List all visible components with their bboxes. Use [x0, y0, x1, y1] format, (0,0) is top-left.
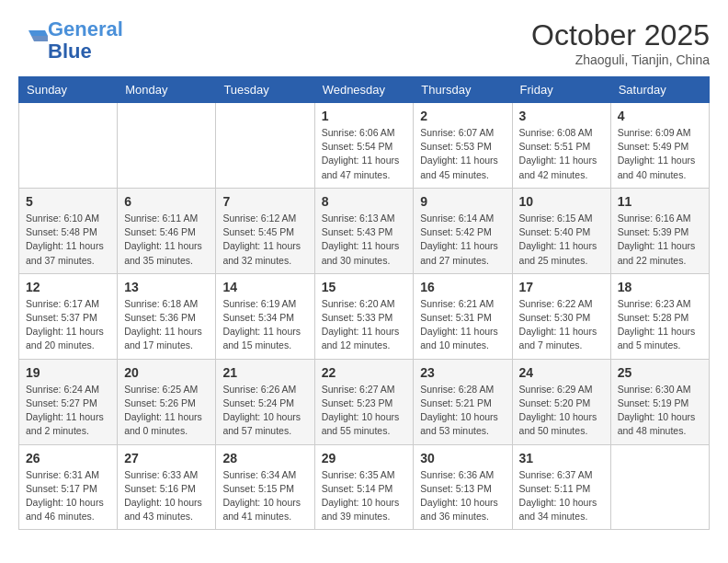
weekday-header-friday: Friday — [512, 77, 610, 103]
calendar-cell: 16Sunrise: 6:21 AM Sunset: 5:31 PM Dayli… — [414, 273, 512, 359]
week-row-3: 12Sunrise: 6:17 AM Sunset: 5:37 PM Dayli… — [19, 273, 710, 359]
calendar-cell: 22Sunrise: 6:27 AM Sunset: 5:23 PM Dayli… — [314, 359, 414, 444]
calendar-cell: 31Sunrise: 6:37 AM Sunset: 5:11 PM Dayli… — [512, 444, 610, 530]
calendar-cell: 3Sunrise: 6:08 AM Sunset: 5:51 PM Daylig… — [512, 103, 610, 189]
weekday-header-monday: Monday — [118, 77, 216, 103]
day-number: 2 — [420, 109, 505, 123]
day-number: 10 — [519, 194, 604, 209]
day-info: Sunrise: 6:12 AM Sunset: 5:45 PM Dayligh… — [222, 212, 307, 268]
day-number: 25 — [618, 365, 702, 380]
day-info: Sunrise: 6:13 AM Sunset: 5:43 PM Dayligh… — [322, 212, 407, 268]
day-number: 28 — [222, 451, 307, 465]
calendar-cell: 28Sunrise: 6:34 AM Sunset: 5:15 PM Dayli… — [216, 444, 314, 530]
day-number: 5 — [26, 194, 110, 209]
week-row-1: 1Sunrise: 6:06 AM Sunset: 5:54 PM Daylig… — [19, 103, 710, 189]
calendar-cell: 1Sunrise: 6:06 AM Sunset: 5:54 PM Daylig… — [314, 103, 414, 189]
day-info: Sunrise: 6:15 AM Sunset: 5:40 PM Dayligh… — [519, 212, 604, 268]
day-number: 6 — [124, 194, 209, 209]
day-info: Sunrise: 6:28 AM Sunset: 5:21 PM Dayligh… — [420, 383, 505, 439]
calendar-cell: 13Sunrise: 6:18 AM Sunset: 5:36 PM Dayli… — [118, 273, 216, 359]
day-info: Sunrise: 6:35 AM Sunset: 5:14 PM Dayligh… — [322, 468, 407, 524]
calendar-cell: 18Sunrise: 6:23 AM Sunset: 5:28 PM Dayli… — [610, 273, 709, 359]
day-info: Sunrise: 6:14 AM Sunset: 5:42 PM Dayligh… — [420, 212, 505, 268]
day-number: 3 — [519, 109, 604, 123]
day-number: 1 — [322, 109, 407, 123]
day-number: 4 — [618, 109, 702, 123]
day-number: 24 — [519, 365, 604, 380]
week-row-5: 26Sunrise: 6:31 AM Sunset: 5:17 PM Dayli… — [19, 444, 710, 530]
day-number: 18 — [618, 280, 702, 294]
day-number: 16 — [420, 280, 505, 294]
day-info: Sunrise: 6:23 AM Sunset: 5:28 PM Dayligh… — [618, 297, 702, 353]
day-info: Sunrise: 6:33 AM Sunset: 5:16 PM Dayligh… — [124, 468, 209, 524]
day-number: 15 — [322, 280, 407, 294]
day-info: Sunrise: 6:37 AM Sunset: 5:11 PM Dayligh… — [519, 468, 604, 524]
day-info: Sunrise: 6:16 AM Sunset: 5:39 PM Dayligh… — [618, 212, 702, 268]
calendar-cell: 17Sunrise: 6:22 AM Sunset: 5:30 PM Dayli… — [512, 273, 610, 359]
calendar-cell — [118, 103, 216, 189]
day-number: 31 — [519, 451, 604, 465]
calendar-cell: 2Sunrise: 6:07 AM Sunset: 5:53 PM Daylig… — [414, 103, 512, 189]
logo-text: GeneralBlue — [48, 18, 123, 63]
calendar-title: October 2025 — [531, 18, 710, 52]
calendar-cell: 5Sunrise: 6:10 AM Sunset: 5:48 PM Daylig… — [19, 188, 118, 273]
calendar-cell: 8Sunrise: 6:13 AM Sunset: 5:43 PM Daylig… — [314, 188, 414, 273]
day-number: 11 — [618, 194, 702, 209]
day-info: Sunrise: 6:22 AM Sunset: 5:30 PM Dayligh… — [519, 297, 604, 353]
day-info: Sunrise: 6:21 AM Sunset: 5:31 PM Dayligh… — [420, 297, 505, 353]
weekday-header-row: SundayMondayTuesdayWednesdayThursdayFrid… — [19, 77, 710, 103]
calendar-cell: 12Sunrise: 6:17 AM Sunset: 5:37 PM Dayli… — [19, 273, 118, 359]
weekday-header-tuesday: Tuesday — [216, 77, 314, 103]
day-number: 22 — [322, 365, 407, 380]
logo: GeneralBlue — [18, 18, 123, 63]
svg-marker-1 — [31, 36, 48, 41]
day-number: 29 — [322, 451, 407, 465]
day-info: Sunrise: 6:09 AM Sunset: 5:49 PM Dayligh… — [618, 126, 702, 182]
title-area: October 2025 Zhaoguli, Tianjin, China — [531, 18, 710, 67]
weekday-header-saturday: Saturday — [610, 77, 709, 103]
calendar-cell: 29Sunrise: 6:35 AM Sunset: 5:14 PM Dayli… — [314, 444, 414, 530]
weekday-header-thursday: Thursday — [414, 77, 512, 103]
logo-icon — [20, 25, 48, 52]
calendar-cell: 15Sunrise: 6:20 AM Sunset: 5:33 PM Dayli… — [314, 273, 414, 359]
day-number: 30 — [420, 451, 505, 465]
day-info: Sunrise: 6:11 AM Sunset: 5:46 PM Dayligh… — [124, 212, 209, 268]
day-info: Sunrise: 6:07 AM Sunset: 5:53 PM Dayligh… — [420, 126, 505, 182]
day-number: 13 — [124, 280, 209, 294]
calendar-cell — [610, 444, 709, 530]
day-info: Sunrise: 6:10 AM Sunset: 5:48 PM Dayligh… — [26, 212, 110, 268]
day-info: Sunrise: 6:27 AM Sunset: 5:23 PM Dayligh… — [322, 383, 407, 439]
day-info: Sunrise: 6:31 AM Sunset: 5:17 PM Dayligh… — [26, 468, 110, 524]
day-info: Sunrise: 6:17 AM Sunset: 5:37 PM Dayligh… — [26, 297, 110, 353]
day-number: 26 — [26, 451, 110, 465]
day-info: Sunrise: 6:08 AM Sunset: 5:51 PM Dayligh… — [519, 126, 604, 182]
calendar-cell: 14Sunrise: 6:19 AM Sunset: 5:34 PM Dayli… — [216, 273, 314, 359]
day-number: 7 — [222, 194, 307, 209]
week-row-4: 19Sunrise: 6:24 AM Sunset: 5:27 PM Dayli… — [19, 359, 710, 444]
calendar-cell — [216, 103, 314, 189]
day-number: 23 — [420, 365, 505, 380]
day-info: Sunrise: 6:36 AM Sunset: 5:13 PM Dayligh… — [420, 468, 505, 524]
day-info: Sunrise: 6:25 AM Sunset: 5:26 PM Dayligh… — [124, 383, 209, 439]
calendar-cell: 21Sunrise: 6:26 AM Sunset: 5:24 PM Dayli… — [216, 359, 314, 444]
day-info: Sunrise: 6:26 AM Sunset: 5:24 PM Dayligh… — [222, 383, 307, 439]
weekday-header-wednesday: Wednesday — [314, 77, 414, 103]
week-row-2: 5Sunrise: 6:10 AM Sunset: 5:48 PM Daylig… — [19, 188, 710, 273]
day-info: Sunrise: 6:20 AM Sunset: 5:33 PM Dayligh… — [322, 297, 407, 353]
calendar-cell: 20Sunrise: 6:25 AM Sunset: 5:26 PM Dayli… — [118, 359, 216, 444]
calendar-cell: 6Sunrise: 6:11 AM Sunset: 5:46 PM Daylig… — [118, 188, 216, 273]
calendar-cell: 27Sunrise: 6:33 AM Sunset: 5:16 PM Dayli… — [118, 444, 216, 530]
day-number: 8 — [322, 194, 407, 209]
day-info: Sunrise: 6:29 AM Sunset: 5:20 PM Dayligh… — [519, 383, 604, 439]
day-number: 17 — [519, 280, 604, 294]
day-number: 12 — [26, 280, 110, 294]
calendar-cell: 4Sunrise: 6:09 AM Sunset: 5:49 PM Daylig… — [610, 103, 709, 189]
day-info: Sunrise: 6:06 AM Sunset: 5:54 PM Dayligh… — [322, 126, 407, 182]
day-info: Sunrise: 6:24 AM Sunset: 5:27 PM Dayligh… — [26, 383, 110, 439]
calendar-cell: 24Sunrise: 6:29 AM Sunset: 5:20 PM Dayli… — [512, 359, 610, 444]
calendar-subtitle: Zhaoguli, Tianjin, China — [531, 52, 710, 67]
day-number: 9 — [420, 194, 505, 209]
day-number: 14 — [222, 280, 307, 294]
svg-marker-0 — [28, 30, 48, 36]
day-info: Sunrise: 6:19 AM Sunset: 5:34 PM Dayligh… — [222, 297, 307, 353]
